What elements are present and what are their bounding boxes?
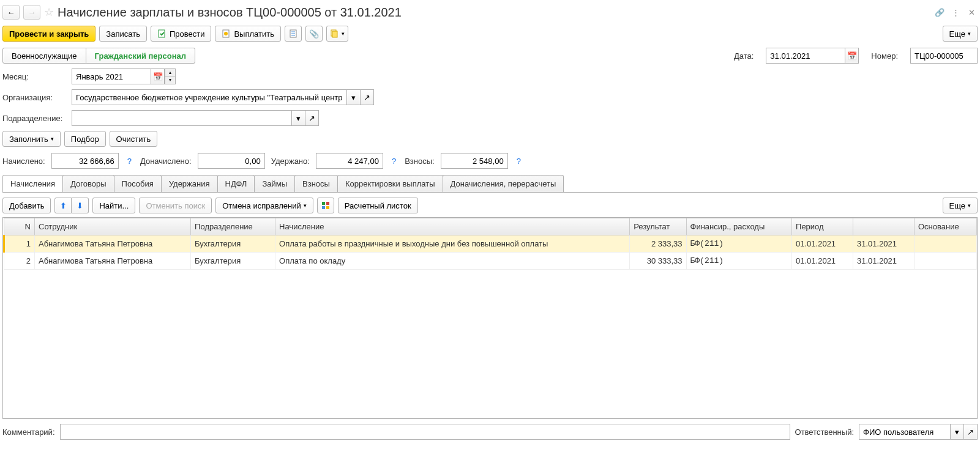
tab-2[interactable]: Пособия [114,175,162,192]
month-picker-button[interactable]: 📅 [151,68,165,84]
dept-dropdown-button[interactable]: ▾ [292,110,305,126]
fill-button[interactable]: Заполнить ▾ [2,131,61,147]
col-header[interactable]: N [4,218,35,235]
header-bar: ← → ☆ Начисление зарплаты и взносов ТЦ00… [2,2,978,22]
dept-open-button[interactable]: ↗ [305,110,319,126]
svg-rect-9 [322,202,325,205]
number-input[interactable] [910,48,978,64]
tab-7[interactable]: Корректировки выплаты [337,175,443,192]
table-row[interactable]: 1Абнагимова Татьяна ПетровнаБухгалтерияО… [4,235,977,253]
chevron-down-icon: ▾ [342,31,345,37]
withheld-help[interactable]: ? [389,157,398,166]
contrib-input[interactable] [441,153,508,169]
chevron-down-icon: ▾ [51,136,54,142]
arrow-down-icon: ⬇ [77,201,83,210]
col-header[interactable]: Подразделение [191,218,275,235]
withheld-input[interactable] [316,153,383,169]
table-cell: Оплата работы в праздничные и выходные д… [275,235,630,253]
col-header[interactable]: Начисление [275,218,630,235]
clear-button[interactable]: Очистить [110,131,158,147]
table-cell: Бухгалтерия [191,253,275,270]
cancel-fixes-button[interactable]: Отмена исправлений ▾ [215,198,313,213]
link-icon[interactable]: 🔗 [933,6,946,18]
svg-rect-10 [326,202,329,205]
table-cell [914,235,976,253]
payslip-button[interactable]: Расчетный листок [338,198,418,213]
date-picker-button[interactable]: 📅 [845,48,859,64]
chevron-down-icon: ▾ [351,93,356,102]
more-button[interactable]: Еще ▾ [943,26,978,42]
addl-label: Доначислено: [140,157,192,166]
totals-row: Начислено: ? Доначислено: Удержано: ? Вз… [2,149,978,172]
tab-0[interactable]: Начисления [2,175,63,192]
post-and-close-button[interactable]: Провести и закрыть [2,26,95,42]
table-cell: 01.01.2021 [792,253,853,270]
tab-more-button[interactable]: Еще ▾ [943,198,978,213]
resp-open-button[interactable]: ↗ [964,424,978,440]
segment-military[interactable]: Военнослужащие [2,48,86,64]
month-input[interactable] [72,68,151,84]
comment-input[interactable] [60,424,790,440]
cancel-search-button[interactable]: Отменить поиск [139,198,212,213]
personnel-segment: Военнослужащие Гражданский персонал [2,48,195,64]
date-input[interactable] [766,48,845,64]
more-menu-icon[interactable]: ⋮ [949,6,962,18]
tab-1[interactable]: Договоры [62,175,114,192]
tab-toolbar: Добавить ⬆ ⬇ Найти... Отменить поиск Отм… [2,193,978,217]
pay-button[interactable]: Выплатить [215,26,281,42]
arrow-up-icon: ⬆ [60,201,67,210]
table-cell: Абнагимова Татьяна Петровна [35,235,191,253]
svg-rect-0 [159,30,165,37]
col-header[interactable]: Основание [914,218,976,235]
accrued-label: Начислено: [2,157,45,166]
addl-input[interactable] [198,153,265,169]
month-down-button[interactable]: ▾ [165,76,176,84]
save-button[interactable]: Записать [99,26,147,42]
move-up-button[interactable]: ⬆ [54,198,72,213]
dept-input[interactable] [72,110,292,126]
tab-6[interactable]: Взносы [294,175,338,192]
col-header[interactable]: Сотрудник [35,218,191,235]
move-down-button[interactable]: ⬇ [72,198,89,213]
attach-button[interactable]: 📎 [305,26,323,42]
org-open-button[interactable]: ↗ [361,89,374,105]
segment-civil[interactable]: Гражданский персонал [86,48,195,64]
nav-back-button[interactable]: ← [2,5,20,20]
month-up-button[interactable]: ▴ [165,68,176,76]
report-icon [288,29,298,39]
accrued-help[interactable]: ? [125,157,134,166]
table-cell: Бухгалтерия [191,235,275,253]
tab-5[interactable]: Займы [254,175,295,192]
calendar-icon: 📅 [847,51,857,61]
accrued-input[interactable] [51,153,119,169]
org-input[interactable] [72,89,347,105]
create-based-button[interactable]: ▾ [326,26,348,42]
show-details-button[interactable] [317,198,334,213]
favorite-star-icon[interactable]: ☆ [44,6,54,19]
nav-forward-button[interactable]: → [23,5,40,20]
col-header[interactable]: Период [792,218,853,235]
col-header[interactable]: Результат [630,218,686,235]
contrib-help[interactable]: ? [514,157,523,166]
month-label: Месяц: [2,72,67,81]
report-button[interactable] [285,26,302,42]
calendar-icon: 📅 [153,72,163,81]
org-label: Организация: [2,93,67,102]
tab-4[interactable]: НДФЛ [217,175,255,192]
find-button[interactable]: Найти... [92,198,135,213]
add-button[interactable]: Добавить [2,198,51,213]
table-cell: Оплата по окладу [275,253,630,270]
pick-button[interactable]: Подбор [64,131,106,147]
post-button[interactable]: Провести [151,26,212,42]
table-cell: 31.01.2021 [853,253,914,270]
tab-8[interactable]: Доначисления, перерасчеты [443,175,564,192]
tab-3[interactable]: Удержания [161,175,218,192]
resp-dropdown-button[interactable]: ▾ [951,424,964,440]
org-dropdown-button[interactable]: ▾ [347,89,361,105]
table-row[interactable]: 2Абнагимова Татьяна ПетровнаБухгалтерияО… [4,253,977,270]
resp-input[interactable] [859,424,951,440]
close-icon[interactable]: ✕ [965,6,978,18]
col-header[interactable] [853,218,914,235]
col-header[interactable]: Финансир., расходы [686,218,792,235]
grid-icon [321,201,331,210]
